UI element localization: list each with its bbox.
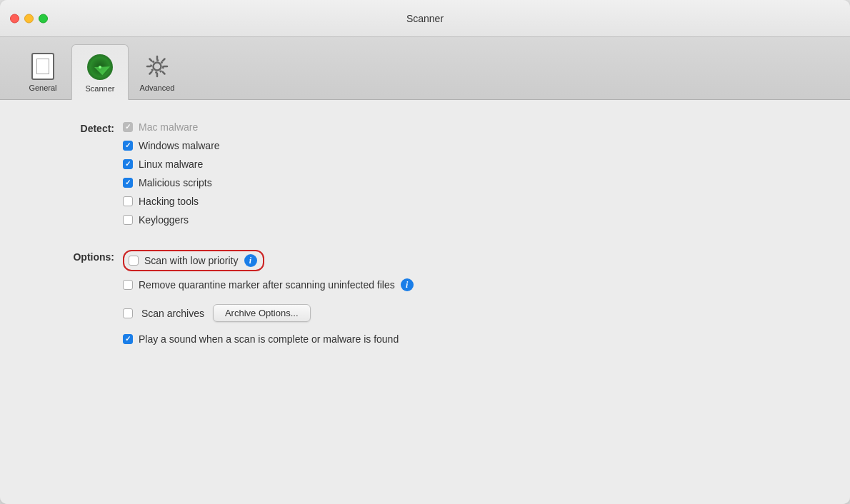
tab-scanner-label: Scanner <box>86 84 115 93</box>
linux-malware-checkbox[interactable] <box>123 159 133 169</box>
keyloggers-label: Keyloggers <box>139 214 189 226</box>
keyloggers-row: Keyloggers <box>123 214 807 226</box>
hacking-tools-row: Hacking tools <box>123 196 807 207</box>
hacking-tools-checkbox[interactable] <box>123 196 133 206</box>
general-icon <box>29 52 57 81</box>
malicious-scripts-row: Malicious scripts <box>123 177 807 188</box>
mac-malware-checkbox[interactable] <box>123 122 133 132</box>
windows-malware-checkbox[interactable] <box>123 141 133 151</box>
titlebar: Scanner <box>0 0 850 37</box>
detect-options: Mac malware Windows malware Linux malwar… <box>114 121 807 233</box>
options-content: Scan with low priority i Remove quaranti… <box>114 250 807 352</box>
linux-malware-row: Linux malware <box>123 158 807 170</box>
remove-quarantine-checkbox[interactable] <box>123 280 133 290</box>
gear-icon <box>143 52 171 81</box>
detect-section: Detect: Mac malware Windows malware Linu… <box>43 121 807 233</box>
tab-advanced-label: Advanced <box>140 84 175 92</box>
options-label: Options: <box>43 250 114 352</box>
mac-malware-label: Mac malware <box>139 121 198 133</box>
minimize-button[interactable] <box>24 14 34 23</box>
low-priority-info-button[interactable]: i <box>244 254 257 267</box>
archive-options-button[interactable]: Archive Options... <box>213 304 311 322</box>
options-section: Options: Scan with low priority i Remove… <box>43 250 807 352</box>
scan-archives-checkbox[interactable] <box>123 308 133 318</box>
remove-quarantine-row: Remove quarantine marker after scanning … <box>123 278 807 291</box>
svg-point-0 <box>154 63 161 71</box>
play-sound-label: Play a sound when a scan is complete or … <box>139 333 399 345</box>
malicious-scripts-label: Malicious scripts <box>139 177 212 188</box>
traffic-lights <box>10 14 48 23</box>
scanner-icon <box>86 53 114 81</box>
keyloggers-checkbox[interactable] <box>123 215 133 225</box>
main-content: Detect: Mac malware Windows malware Linu… <box>0 100 850 504</box>
window-title: Scanner <box>406 13 444 24</box>
scan-low-priority-highlighted-row: Scan with low priority i <box>123 250 264 271</box>
hacking-tools-label: Hacking tools <box>139 196 199 207</box>
tab-general[interactable]: General <box>14 44 71 99</box>
scan-archives-label: Scan archives <box>141 308 204 319</box>
malicious-scripts-checkbox[interactable] <box>123 178 133 188</box>
windows-malware-row: Windows malware <box>123 140 807 151</box>
play-sound-row: Play a sound when a scan is complete or … <box>123 333 807 345</box>
mac-malware-row: Mac malware <box>123 121 807 133</box>
maximize-button[interactable] <box>39 14 48 23</box>
play-sound-checkbox[interactable] <box>123 334 133 344</box>
tab-scanner[interactable]: Scanner <box>71 44 129 100</box>
tab-advanced[interactable]: Advanced <box>129 44 186 99</box>
detect-label: Detect: <box>43 121 114 233</box>
low-priority-label: Scan with low priority <box>144 255 239 266</box>
close-button[interactable] <box>10 14 19 23</box>
scan-archives-row: Scan archives Archive Options... <box>123 304 807 322</box>
app-window: Scanner General Scanner <box>0 0 850 504</box>
linux-malware-label: Linux malware <box>139 158 203 170</box>
remove-quarantine-label: Remove quarantine marker after scanning … <box>139 279 395 291</box>
low-priority-checkbox[interactable] <box>129 256 139 266</box>
toolbar: General Scanner Advanced <box>0 37 850 100</box>
tab-general-label: General <box>29 84 56 92</box>
windows-malware-label: Windows malware <box>139 140 220 151</box>
remove-quarantine-info-button[interactable]: i <box>401 278 414 291</box>
